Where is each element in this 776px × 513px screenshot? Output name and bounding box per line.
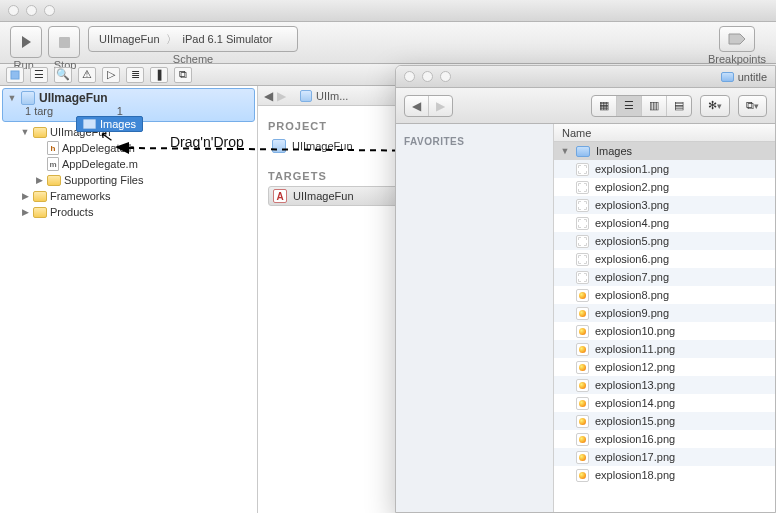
folder-icon — [33, 191, 47, 202]
file-row[interactable]: explosion7.png — [554, 268, 775, 286]
file-row[interactable]: explosion9.png — [554, 304, 775, 322]
image-file-icon — [576, 181, 589, 194]
action-menu[interactable]: ✻ ▾ — [700, 95, 730, 117]
column-header-name[interactable]: Name — [554, 124, 775, 142]
close-traffic-light[interactable] — [404, 71, 415, 82]
icon-view-button[interactable]: ▦ — [592, 96, 617, 116]
breakpoints-button[interactable] — [719, 26, 755, 52]
file-name: explosion15.png — [595, 415, 675, 427]
xcodeproj-icon — [21, 91, 35, 105]
nav-item[interactable]: ▶Supporting Files — [0, 172, 257, 188]
scheme-destination: iPad 6.1 Simulator — [183, 33, 273, 45]
back-button[interactable]: ◀ — [264, 89, 273, 103]
symbol-navigator-tab[interactable]: ☰ — [30, 67, 48, 83]
file-row[interactable]: explosion4.png — [554, 214, 775, 232]
log-navigator-tab[interactable]: ⧉ — [174, 67, 192, 83]
breakpoint-icon — [728, 33, 746, 45]
dropbox-menu[interactable]: ⧉ ▾ — [738, 95, 767, 117]
stop-icon — [59, 37, 70, 48]
list-view-button[interactable]: ☰ — [617, 96, 642, 116]
zoom-traffic-light[interactable] — [440, 71, 451, 82]
coverflow-view-button[interactable]: ▤ — [667, 96, 691, 116]
test-navigator-tab[interactable]: ▷ — [102, 67, 120, 83]
file-row[interactable]: explosion15.png — [554, 412, 775, 430]
folder-icon — [47, 175, 61, 186]
file-row[interactable]: explosion13.png — [554, 376, 775, 394]
issue-navigator-tab[interactable]: ⚠ — [78, 67, 96, 83]
disclosure-triangle-icon[interactable]: ▶ — [20, 207, 30, 217]
image-file-icon — [576, 415, 589, 428]
folder-icon — [721, 72, 734, 82]
folder-icon — [33, 127, 47, 138]
file-row[interactable]: explosion17.png — [554, 448, 775, 466]
folder-row-images[interactable]: ▼ Images — [554, 142, 775, 160]
nav-item[interactable]: mAppDelegate.m — [0, 156, 257, 172]
close-traffic-light[interactable] — [8, 5, 19, 16]
project-navigator-tab[interactable] — [6, 67, 24, 83]
image-file-icon — [576, 397, 589, 410]
breakpoint-navigator-tab[interactable]: ❚ — [150, 67, 168, 83]
file-name: explosion5.png — [595, 235, 669, 247]
file-row[interactable]: explosion3.png — [554, 196, 775, 214]
file-row[interactable]: explosion10.png — [554, 322, 775, 340]
file-row[interactable]: explosion18.png — [554, 466, 775, 484]
image-file-icon — [576, 469, 589, 482]
image-file-icon — [576, 163, 589, 176]
file-name: explosion14.png — [595, 397, 675, 409]
minimize-traffic-light[interactable] — [26, 5, 37, 16]
file-row[interactable]: explosion12.png — [554, 358, 775, 376]
file-row[interactable]: explosion2.png — [554, 178, 775, 196]
folder-icon — [83, 119, 96, 129]
file-name: explosion13.png — [595, 379, 675, 391]
column-view-button[interactable]: ▥ — [642, 96, 667, 116]
image-file-icon — [576, 253, 589, 266]
finder-sidebar[interactable]: FAVORITES — [396, 124, 554, 512]
file-row[interactable]: explosion1.png — [554, 160, 775, 178]
file-row[interactable]: explosion11.png — [554, 340, 775, 358]
chevron-right-icon: 〉 — [166, 32, 177, 47]
file-row[interactable]: explosion14.png — [554, 394, 775, 412]
back-button[interactable]: ◀ — [405, 96, 429, 116]
nav-buttons: ◀ ▶ — [404, 95, 453, 117]
file-row[interactable]: explosion16.png — [554, 430, 775, 448]
project-navigator[interactable]: ▼ UIImageFun 1 targ 1 ▼UIImageFunhAppDel… — [0, 86, 258, 513]
image-file-icon — [576, 361, 589, 374]
nav-item-label: Products — [50, 206, 93, 218]
nav-item[interactable]: ▶Products — [0, 204, 257, 220]
file-row[interactable]: explosion8.png — [554, 286, 775, 304]
project-name: UIImageFun — [39, 91, 108, 105]
disclosure-triangle-icon[interactable]: ▶ — [34, 175, 44, 185]
image-file-icon — [576, 433, 589, 446]
forward-button[interactable]: ▶ — [277, 89, 286, 103]
disclosure-triangle-icon[interactable]: ▶ — [20, 191, 30, 201]
file-name: explosion11.png — [595, 343, 675, 355]
disclosure-triangle-icon[interactable]: ▼ — [7, 93, 17, 103]
file-name: explosion4.png — [595, 217, 669, 229]
xcodeproj-icon — [300, 90, 312, 102]
nav-item-label: AppDelegate.m — [62, 158, 138, 170]
find-navigator-tab[interactable]: 🔍 — [54, 67, 72, 83]
file-row[interactable]: explosion5.png — [554, 232, 775, 250]
file-row[interactable]: explosion6.png — [554, 250, 775, 268]
image-file-icon — [576, 289, 589, 302]
file-name: explosion6.png — [595, 253, 669, 265]
run-button[interactable] — [10, 26, 42, 58]
finder-toolbar: ◀ ▶ ▦ ☰ ▥ ▤ ✻ ▾ ⧉ ▾ — [396, 88, 775, 124]
project-item-label: UIImageFun — [292, 140, 353, 152]
image-file-icon — [576, 451, 589, 464]
forward-button[interactable]: ▶ — [429, 96, 452, 116]
jumpbar-item[interactable]: UIIm... — [316, 90, 348, 102]
image-file-icon — [576, 307, 589, 320]
zoom-traffic-light[interactable] — [44, 5, 55, 16]
minimize-traffic-light[interactable] — [422, 71, 433, 82]
view-mode-segmented: ▦ ☰ ▥ ▤ — [591, 95, 692, 117]
stop-button[interactable] — [48, 26, 80, 58]
debug-navigator-tab[interactable]: ≣ — [126, 67, 144, 83]
disclosure-triangle-icon[interactable]: ▼ — [560, 146, 570, 156]
finder-file-list[interactable]: Name ▼ Images explosion1.pngexplosion2.p… — [554, 124, 775, 512]
nav-item[interactable]: ▶Frameworks — [0, 188, 257, 204]
dropbox-icon: ⧉ — [746, 99, 754, 112]
disclosure-triangle-icon[interactable]: ▼ — [20, 127, 30, 137]
scheme-selector[interactable]: UIImageFun 〉 iPad 6.1 Simulator — [88, 26, 298, 52]
xcodeproj-icon — [272, 139, 286, 153]
